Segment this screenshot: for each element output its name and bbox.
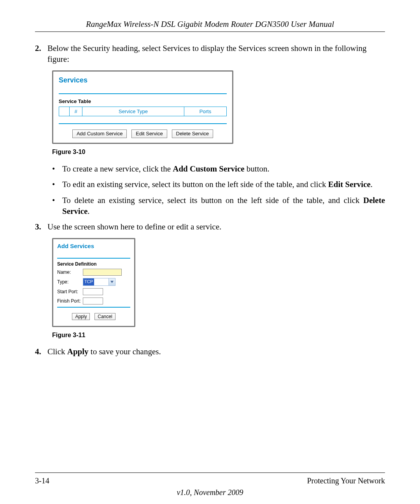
bullet-3: To delete an existing service, select it… <box>62 195 385 217</box>
add-services-button-divider <box>57 307 130 308</box>
services-divider <box>59 93 227 94</box>
finish-port-label: Finish Port: <box>57 298 83 304</box>
service-table: # Service Type Ports <box>59 107 227 117</box>
add-custom-service-button[interactable]: Add Custom Service <box>72 130 127 138</box>
service-table-col-ports: Ports <box>184 107 227 116</box>
start-port-field[interactable] <box>83 288 103 295</box>
service-table-label: Service Table <box>59 98 227 105</box>
service-table-col-type: Service Type <box>82 107 184 116</box>
type-label: Type: <box>57 279 83 285</box>
page-number: 3-14 <box>35 476 49 485</box>
bullet-2: To edit an existing service, select its … <box>62 179 385 190</box>
bullet-2-a: To edit an existing service, select its … <box>62 180 328 189</box>
figure-3-11-caption: Figure 3-11 <box>52 331 385 340</box>
services-button-divider <box>59 123 227 124</box>
step-4-number: 4. <box>35 346 47 357</box>
step-4-a: Click <box>47 347 67 356</box>
figure-3-10-panel: Services Service Table # Service Type Po… <box>52 70 233 144</box>
bullet-2-c: . <box>371 180 373 189</box>
manual-header: RangeMax Wireless-N DSL Gigabit Modem Ro… <box>35 19 385 32</box>
header-rule <box>35 32 385 32</box>
finish-port-field[interactable] <box>83 298 103 304</box>
step-4-c: to save your changes. <box>89 347 161 356</box>
bullet-1-a: To create a new service, click the <box>62 164 173 173</box>
step-3-number: 3. <box>35 221 47 232</box>
bullet-1: To create a new service, click the Add C… <box>62 163 385 174</box>
bullet-icon: • <box>52 163 62 174</box>
bullet-3-c: . <box>88 206 89 216</box>
service-definition-label: Service Definition <box>57 261 130 267</box>
step-3-text: Use the screen shown here to define or e… <box>47 221 385 232</box>
bullet-1-c: button. <box>245 164 270 173</box>
type-select-value: TCP <box>83 278 94 285</box>
figure-3-11-panel: Add Services Service Definition Name: Ty… <box>52 238 135 327</box>
step-4-text: Click Apply to save your changes. <box>47 346 385 357</box>
apply-button[interactable]: Apply <box>72 313 90 320</box>
cancel-button[interactable]: Cancel <box>94 313 115 320</box>
bullet-3-a: To delete an existing service, select it… <box>62 196 363 205</box>
bullet-1-bold: Add Custom Service <box>173 164 244 173</box>
step-4-bold: Apply <box>67 347 89 356</box>
bullet-icon: • <box>52 195 62 217</box>
chevron-down-icon <box>108 278 115 285</box>
bullet-2-bold: Edit Service <box>328 180 371 189</box>
delete-service-button[interactable]: Delete Service <box>172 130 214 138</box>
step-2-number: 2. <box>35 43 47 65</box>
service-table-col-num: # <box>70 107 82 116</box>
version-footer: v1.0, November 2009 <box>0 488 420 497</box>
add-services-heading: Add Services <box>57 242 130 250</box>
name-label: Name: <box>57 269 83 275</box>
edit-service-button[interactable]: Edit Service <box>131 130 167 138</box>
service-table-col-select <box>59 107 70 116</box>
start-port-label: Start Port: <box>57 289 83 295</box>
section-title: Protecting Your Network <box>307 476 385 485</box>
step-2-text: Below the Security heading, select Servi… <box>47 43 385 65</box>
figure-3-10-caption: Figure 3-10 <box>52 148 385 156</box>
bullet-icon: • <box>52 179 62 190</box>
add-services-divider <box>57 258 130 259</box>
services-heading: Services <box>59 75 227 85</box>
name-field[interactable] <box>83 269 122 276</box>
footer-rule <box>35 472 385 473</box>
type-select[interactable]: TCP <box>83 278 116 286</box>
